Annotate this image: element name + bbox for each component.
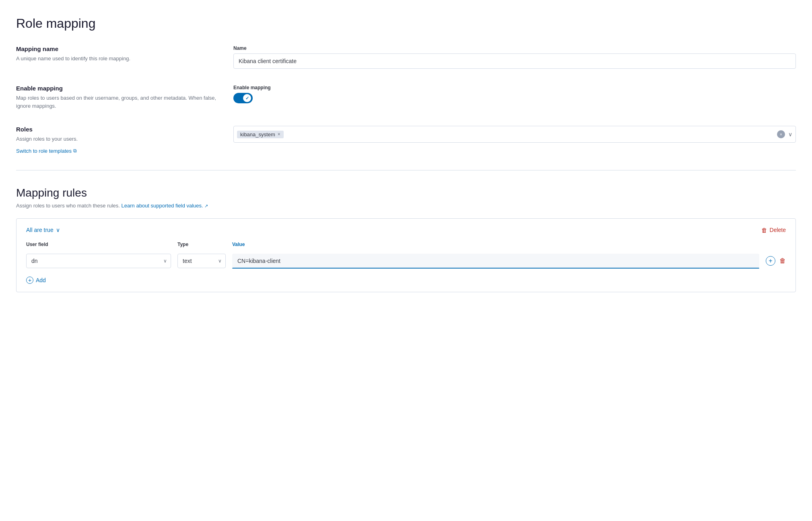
mapping-rules-desc-text: Assign roles to users who match these ru… (16, 203, 120, 209)
section-divider (16, 170, 796, 170)
mapping-rules-title: Mapping rules (16, 187, 796, 199)
delete-row-icon[interactable]: 🗑 (779, 257, 786, 265)
enable-mapping-section: Enable mapping Map roles to users based … (16, 85, 796, 110)
toggle-label: Enable mapping (233, 85, 796, 90)
enable-mapping-toggle[interactable]: ✓ (233, 93, 253, 103)
rules-panel: All are true ∨ 🗑 Delete User field Type … (16, 218, 796, 292)
all-are-true-label: All are true (26, 227, 54, 233)
role-tag-kibana-system: kibana_system × (237, 131, 284, 138)
add-rule-button[interactable]: + Add (26, 277, 46, 284)
enable-mapping-right: Enable mapping ✓ (233, 85, 796, 103)
user-field-cell: dn username groups metadata ∨ (26, 254, 171, 268)
switch-link-text: Switch to role templates (16, 148, 72, 154)
user-field-select[interactable]: dn username groups metadata (26, 254, 171, 268)
type-header-label: Type (177, 242, 226, 247)
value-input-wrapper (232, 254, 759, 269)
add-row-icon[interactable]: + (766, 256, 775, 266)
value-input[interactable] (232, 254, 759, 269)
roles-right: kibana_system × × ∨ (233, 126, 796, 143)
mapping-name-left: Mapping name A unique name used to ident… (16, 45, 217, 63)
roles-actions: × ∨ (777, 130, 792, 138)
value-cell (232, 254, 759, 269)
mapping-name-input[interactable] (233, 53, 796, 69)
value-col-header: Value (232, 242, 786, 250)
roles-dropdown[interactable]: kibana_system × × ∨ (233, 126, 796, 143)
type-select[interactable]: text field (177, 254, 226, 268)
user-field-col-header: User field (26, 242, 171, 250)
enable-mapping-left: Enable mapping Map roles to users based … (16, 85, 217, 110)
enable-mapping-label: Enable mapping (16, 85, 217, 92)
enable-mapping-desc: Map roles to users based on their userna… (16, 94, 217, 110)
toggle-container: ✓ (233, 93, 796, 103)
type-select-wrapper: text field ∨ (177, 254, 226, 268)
roles-chevron-icon[interactable]: ∨ (788, 131, 792, 137)
role-tag-close-icon[interactable]: × (278, 131, 280, 137)
clear-icon-symbol: × (780, 132, 782, 137)
external-link-icon: ⧉ (73, 148, 77, 154)
roles-tags: kibana_system × (237, 131, 774, 138)
mapping-name-section: Mapping name A unique name used to ident… (16, 45, 796, 69)
table-row: dn username groups metadata ∨ text field… (26, 254, 786, 269)
row-actions: + 🗑 (766, 256, 786, 266)
roles-left: Roles Assign roles to your users. Switch… (16, 126, 217, 154)
page-title: Role mapping (16, 16, 796, 31)
all-are-true-button[interactable]: All are true ∨ (26, 227, 60, 233)
roles-section: Roles Assign roles to your users. Switch… (16, 126, 796, 154)
mapping-rules-section: Mapping rules Assign roles to users who … (16, 187, 796, 292)
mapping-rules-desc: Assign roles to users who match these ru… (16, 203, 796, 209)
value-header-label: Value (232, 242, 786, 247)
roles-clear-icon[interactable]: × (777, 130, 785, 138)
switch-to-role-templates-link[interactable]: Switch to role templates ⧉ (16, 148, 77, 154)
type-cell: text field ∨ (177, 254, 226, 268)
toggle-track: ✓ (233, 93, 253, 103)
delete-trash-icon: 🗑 (761, 227, 767, 234)
mapping-name-right: Name (233, 45, 796, 69)
add-icon: + (26, 277, 33, 284)
all-true-chevron-icon: ∨ (56, 227, 60, 233)
toggle-check-icon: ✓ (245, 96, 249, 101)
learn-link[interactable]: Learn about supported field values. ↗ (122, 203, 208, 209)
delete-rule-button[interactable]: 🗑 Delete (761, 227, 786, 234)
learn-link-icon: ↗ (204, 203, 208, 208)
roles-label: Roles (16, 126, 217, 133)
role-tag-name: kibana_system (240, 131, 275, 137)
user-field-select-wrapper: dn username groups metadata ∨ (26, 254, 171, 268)
user-field-header-label: User field (26, 242, 171, 247)
mapping-name-label: Mapping name (16, 45, 217, 52)
type-col-header: Type (177, 242, 226, 250)
rules-header: All are true ∨ 🗑 Delete (26, 227, 786, 234)
mapping-name-desc: A unique name used to identify this role… (16, 55, 217, 63)
roles-desc: Assign roles to your users. (16, 135, 217, 143)
rule-column-headers: User field Type Value (26, 242, 786, 250)
toggle-thumb: ✓ (243, 94, 251, 102)
add-label: Add (36, 277, 46, 283)
learn-link-text: Learn about supported field values. (122, 203, 203, 209)
delete-label: Delete (770, 227, 786, 233)
name-field-label: Name (233, 45, 796, 51)
